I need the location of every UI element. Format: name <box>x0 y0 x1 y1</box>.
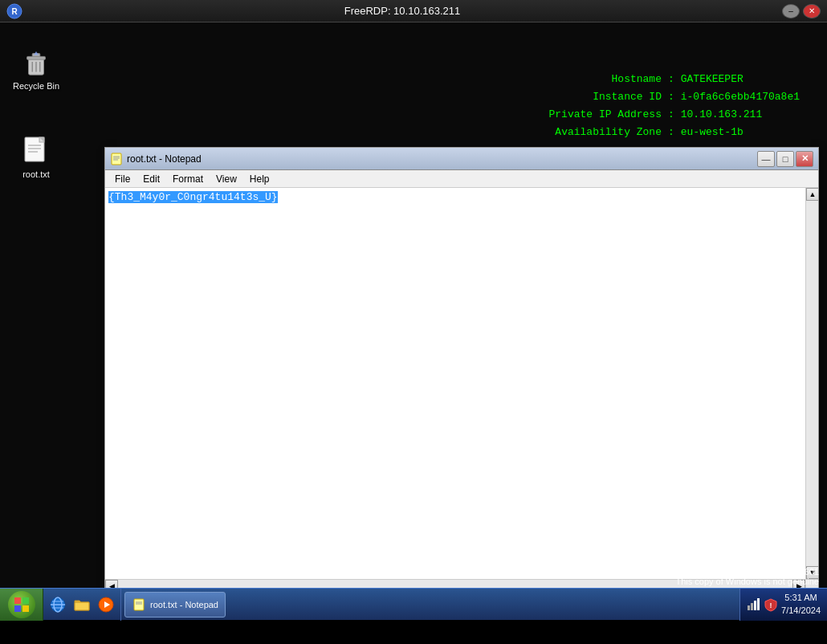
clock-time: 5:31 AM <box>781 592 821 604</box>
svg-rect-21 <box>22 605 29 612</box>
freerdp-window-buttons: – ✕ <box>782 4 821 18</box>
taskbar-notepad-label: root.txt - Notepad <box>150 600 218 609</box>
tray-icon-area: ! <box>747 597 778 612</box>
notepad-selected-text: {Th3_M4y0r_C0ngr4tu14t3s_U} <box>108 191 278 203</box>
network-tray-icon[interactable] <box>747 597 761 612</box>
quick-launch-bar <box>43 589 121 621</box>
svg-text:!: ! <box>770 601 772 609</box>
folder-icon <box>73 596 91 613</box>
notepad-text-area[interactable]: {Th3_M4y0r_C0ngr4tu14t3s_U} <box>105 188 805 206</box>
svg-rect-34 <box>751 603 753 610</box>
ie-icon <box>49 596 67 613</box>
genuine-notice: This copy of Windows is not genuine <box>675 577 819 586</box>
svg-rect-35 <box>754 601 756 610</box>
taskbar: root.txt - Notepad ! 5:31 AM <box>0 588 827 620</box>
instance-value: i-0fa6c6ebb4170a8e1 <box>678 88 803 106</box>
instance-label: Instance ID <box>546 88 665 106</box>
svg-rect-18 <box>14 597 21 604</box>
svg-rect-36 <box>757 598 760 610</box>
notepad-menu-view[interactable]: View <box>210 172 243 186</box>
recycle-bin-label: Recycle Bin <box>13 81 59 91</box>
roottxt-icon[interactable]: root.txt <box>8 135 64 179</box>
build-info: Build 7601 <box>675 567 819 577</box>
notepad-minimize-btn[interactable]: — <box>757 151 775 167</box>
notepad-text-container: {Th3_M4y0r_C0ngr4tu14t3s_U} <box>105 188 805 579</box>
svg-rect-19 <box>22 597 29 604</box>
svg-rect-14 <box>112 153 121 165</box>
system-tray: ! 5:31 AM 7/14/2024 <box>739 589 827 621</box>
windows-info: Build 7601 This copy of Windows is not g… <box>675 567 819 586</box>
scroll-track-y[interactable] <box>806 201 818 566</box>
clock-date: 7/14/2024 <box>781 605 821 617</box>
security-tray-icon[interactable]: ! <box>764 597 778 612</box>
svg-rect-3 <box>27 56 46 59</box>
freerdp-left-logo: R <box>6 3 22 19</box>
hostname-value: GATEKEEPER <box>678 71 803 88</box>
notepad-icon <box>110 153 123 165</box>
hostname-label: Hostname <box>546 71 665 88</box>
recycle-bin-svg <box>21 47 51 78</box>
ie-quicklaunch-icon[interactable] <box>47 593 69 616</box>
notepad-title: root.txt - Notepad <box>110 153 202 165</box>
media-quicklaunch-icon[interactable] <box>95 593 117 616</box>
taskbar-items: root.txt - Notepad <box>121 592 739 618</box>
recycle-bin-image <box>20 47 52 79</box>
start-button[interactable] <box>0 589 43 621</box>
freerdp-title: FreeRDP: 10.10.163.211 <box>22 5 782 17</box>
freerdp-minimize-btn[interactable]: – <box>782 4 800 18</box>
notepad-content-area: {Th3_M4y0r_C0ngr4tu14t3s_U} ▲ ▼ <box>105 188 818 579</box>
roottxt-file-svg <box>22 136 51 166</box>
notepad-menu-file[interactable]: File <box>108 172 136 186</box>
folder-quicklaunch-icon[interactable] <box>71 593 93 616</box>
notepad-menubar: File Edit Format View Help <box>105 170 818 188</box>
notepad-menu-edit[interactable]: Edit <box>136 172 166 186</box>
svg-rect-33 <box>748 605 750 610</box>
svg-rect-27 <box>75 602 89 610</box>
notepad-title-text: root.txt - Notepad <box>127 153 202 165</box>
media-icon <box>97 596 115 613</box>
freerdp-titlebar: R FreeRDP: 10.10.163.211 – ✕ <box>0 0 827 22</box>
freerdp-close-btn[interactable]: ✕ <box>803 4 821 18</box>
freerdp-logo-icon: R <box>6 3 22 19</box>
notepad-titlebar: root.txt - Notepad — □ ✕ <box>105 148 818 170</box>
scroll-up-arrow[interactable]: ▲ <box>806 188 818 201</box>
ip-label: Private IP Address <box>546 106 665 124</box>
ip-value: 10.10.163.211 <box>678 106 803 124</box>
notepad-menu-format[interactable]: Format <box>166 172 210 186</box>
taskbar-clock[interactable]: 5:31 AM 7/14/2024 <box>781 592 821 617</box>
recycle-bin-icon[interactable]: Recycle Bin <box>8 47 64 91</box>
windows-logo-icon <box>13 596 31 613</box>
notepad-window-buttons: — □ ✕ <box>757 151 813 167</box>
taskbar-notepad-icon <box>132 597 146 612</box>
notepad-maximize-btn[interactable]: □ <box>776 151 794 167</box>
svg-rect-20 <box>14 605 21 612</box>
roottxt-image <box>20 135 52 167</box>
taskbar-notepad-item[interactable]: root.txt - Notepad <box>124 592 226 618</box>
notepad-menu-help[interactable]: Help <box>243 172 276 186</box>
svg-rect-30 <box>134 599 144 610</box>
notepad-vertical-scrollbar[interactable]: ▲ ▼ <box>805 188 818 579</box>
az-label: Availability Zone <box>546 124 665 141</box>
svg-text:R: R <box>11 7 18 16</box>
desktop: Recycle Bin root.txt Hostname : GATEKEEP… <box>0 22 827 620</box>
desktop-info: Hostname : GATEKEEPER Instance ID : i-0f… <box>546 71 803 141</box>
notepad-taskbar-icon <box>132 598 145 611</box>
roottxt-label: root.txt <box>22 169 50 179</box>
az-value: eu-west-1b <box>678 124 803 141</box>
notepad-close-btn[interactable]: ✕ <box>796 151 813 167</box>
notepad-window: root.txt - Notepad — □ ✕ File Edit Forma… <box>104 147 819 593</box>
start-orb <box>8 591 35 618</box>
